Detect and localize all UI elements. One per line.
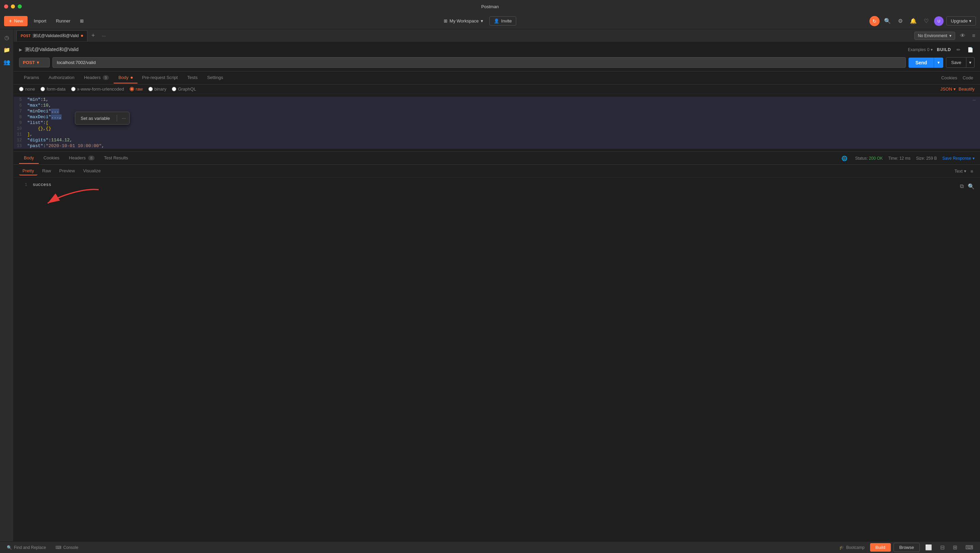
new-button[interactable]: + New	[4, 16, 27, 26]
chevron-down-icon: ▾	[972, 156, 975, 161]
upgrade-button[interactable]: Upgrade ▾	[946, 16, 976, 25]
wrap-lines-button[interactable]: ≡	[969, 167, 975, 175]
code-line-11: 11 ],	[14, 131, 980, 137]
chevron-down-icon: ▾	[481, 18, 483, 24]
search-icon-button[interactable]: 🔍	[882, 16, 892, 26]
workspace-button[interactable]: ⊞ My Workspace ▾	[440, 16, 487, 25]
chevron-down-icon: ▾	[37, 60, 39, 65]
environment-selector[interactable]: No Environment ▾	[914, 32, 955, 40]
preview-tab[interactable]: Preview	[56, 167, 78, 175]
notification-icon-button[interactable]: 🔔	[908, 16, 918, 26]
save-response-button[interactable]: Save Response ▾	[942, 156, 975, 161]
response-body-tab[interactable]: Body	[19, 153, 39, 164]
set-as-variable-menu-item[interactable]: Set as variable	[75, 114, 115, 123]
tab-name: 测试@Validated和@Valid	[33, 33, 79, 39]
context-menu-more-button[interactable]: ···	[118, 113, 129, 123]
environment-settings-button[interactable]: ≡	[970, 31, 977, 40]
minimize-button[interactable]	[11, 5, 15, 8]
invite-button[interactable]: 👤 Invite	[489, 16, 516, 25]
docs-icon-button[interactable]: 📄	[966, 46, 975, 54]
form-data-radio[interactable]: form-data	[40, 86, 66, 92]
build-active-button[interactable]: Build	[870, 543, 891, 551]
beautify-button[interactable]: Beautify	[959, 86, 975, 92]
keyboard-shortcut-button[interactable]: ⌨	[963, 543, 976, 552]
layout-1-icon-button[interactable]: ⬜	[923, 543, 935, 552]
runner-button[interactable]: Runner	[52, 16, 74, 25]
build-button[interactable]: BUILD	[937, 47, 951, 52]
urlencoded-radio[interactable]: x-www-form-urlencoded	[71, 86, 124, 92]
url-input[interactable]	[52, 57, 906, 68]
close-button[interactable]	[4, 5, 8, 8]
context-menu: Set as variable ···	[75, 112, 130, 124]
toolbar: + New Import Runner ⊞ ⊞ My Workspace ▾ 👤…	[0, 13, 980, 29]
code-line-8: 8 "maxDeci"...,	[14, 114, 980, 120]
bottom-left: 🔍 Find and Replace ⌨ Console	[4, 544, 81, 551]
layout-2-icon-button[interactable]: ⊟	[937, 543, 947, 552]
save-button[interactable]: Save	[946, 57, 966, 68]
send-button[interactable]: Send	[908, 57, 934, 68]
person-icon: 👤	[494, 18, 499, 24]
body-right: JSON ▾ Beautify	[940, 86, 975, 92]
graphql-radio[interactable]: GraphQL	[172, 86, 196, 92]
chevron-down-icon: ▾	[931, 47, 933, 52]
settings-icon-button[interactable]: ⚙	[895, 16, 905, 26]
visualize-tab[interactable]: Visualize	[80, 167, 104, 175]
headers-tab[interactable]: Headers 9	[79, 72, 114, 83]
examples-button[interactable]: Examples 0 ▾	[908, 47, 933, 52]
avatar[interactable]: U	[934, 16, 943, 26]
settings-tab[interactable]: Settings	[202, 72, 228, 83]
none-radio[interactable]: none	[19, 86, 35, 92]
workspace-switcher-button[interactable]: ⊞	[76, 16, 87, 25]
authorization-tab[interactable]: Authorization	[44, 72, 79, 83]
method-badge: POST	[21, 34, 30, 38]
response-headers-tab[interactable]: Headers 8	[64, 153, 99, 164]
pre-request-tab[interactable]: Pre-request Script	[137, 72, 183, 83]
pretty-tab[interactable]: Pretty	[19, 167, 37, 175]
response-body: 1 success ⧉ 🔍	[14, 178, 980, 542]
test-results-tab[interactable]: Test Results	[99, 153, 133, 164]
method-selector[interactable]: POST ▾	[19, 57, 50, 67]
layout-3-icon-button[interactable]: ⊞	[950, 543, 960, 552]
code-link[interactable]: Code	[961, 73, 975, 83]
editor-minimize-button[interactable]: −	[972, 97, 976, 104]
console-button[interactable]: ⌨ Console	[53, 544, 81, 551]
edit-icon-button[interactable]: ✏	[955, 46, 962, 54]
search-response-button[interactable]: 🔍	[966, 182, 976, 191]
request-name[interactable]: ▶ 测试@Validated和@Valid	[19, 47, 79, 53]
add-tab-button[interactable]: +	[89, 31, 98, 40]
request-meta-right: Examples 0 ▾ BUILD ✏ 📄	[908, 46, 975, 54]
cookies-link[interactable]: Cookies	[940, 73, 959, 83]
text-format-selector[interactable]: Text ▾	[955, 169, 966, 174]
maximize-button[interactable]	[18, 5, 22, 8]
body-tab[interactable]: Body	[114, 72, 137, 83]
browse-button[interactable]: Browse	[894, 543, 920, 552]
raw-radio[interactable]: raw	[130, 86, 143, 92]
save-dropdown-button[interactable]: ▾	[966, 57, 975, 68]
code-editor[interactable]: 5 "min":1, 6 "max":10, 7 "minDeci"... 8 …	[14, 94, 980, 151]
binary-radio[interactable]: binary	[148, 86, 166, 92]
tab-more-button[interactable]: ···	[99, 32, 108, 40]
sidebar-environments-icon[interactable]: 👥	[2, 57, 12, 67]
send-dropdown-button[interactable]: ▾	[934, 57, 943, 68]
sidebar-history-icon[interactable]: ◷	[2, 32, 12, 43]
chevron-down-icon: ▾	[969, 18, 972, 24]
tests-tab[interactable]: Tests	[182, 72, 202, 83]
raw-tab[interactable]: Raw	[39, 167, 54, 175]
content-area: POST 测试@Validated和@Valid + ··· No Enviro…	[14, 29, 980, 542]
response-format-bar: Pretty Raw Preview Visualize Text ▾ ≡	[14, 165, 980, 178]
layout-icon: ⊞	[80, 18, 84, 24]
heart-icon-button[interactable]: ♡	[921, 16, 931, 26]
response-cookies-tab[interactable]: Cookies	[39, 153, 64, 164]
format-right: Text ▾ ≡	[955, 167, 975, 175]
globe-icon-button[interactable]: 🌐	[840, 153, 850, 163]
request-tab[interactable]: POST 测试@Validated和@Valid	[16, 30, 88, 41]
copy-response-button[interactable]: ⧉	[959, 182, 965, 191]
find-replace-button[interactable]: 🔍 Find and Replace	[4, 544, 49, 551]
bootcamp-button[interactable]: 🎓 Bootcamp	[837, 544, 867, 551]
import-button[interactable]: Import	[30, 16, 50, 25]
sidebar-collections-icon[interactable]: 📁	[2, 44, 12, 55]
params-tab[interactable]: Params	[19, 72, 44, 83]
sync-button[interactable]: ↻	[869, 16, 880, 26]
json-type-selector[interactable]: JSON ▾	[940, 86, 956, 92]
environment-eye-button[interactable]: 👁	[958, 31, 967, 40]
